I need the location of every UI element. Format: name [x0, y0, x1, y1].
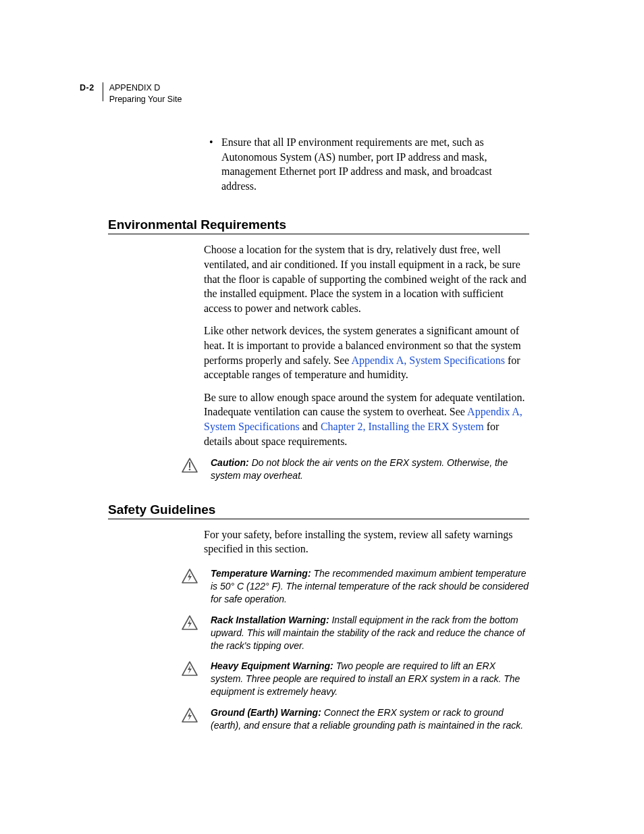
warning-temperature: Temperature Warning: The recommended max… — [181, 567, 529, 606]
heading-wrap-safety: Safety Guidelines — [108, 502, 529, 519]
warning-ground-earth: Ground (Earth) Warning: Connect the ERX … — [181, 706, 529, 732]
heading-wrap-env: Environmental Requirements — [108, 217, 529, 234]
chapter-title: Preparing Your Site — [109, 94, 182, 105]
caution-icon — [181, 457, 198, 473]
link-appendix-a-1[interactable]: Appendix A, System Specifications — [351, 355, 505, 366]
content-column: Ensure that all IP environment requireme… — [204, 135, 529, 732]
caution-row-wrap: Caution: Do not block the air vents on t… — [108, 457, 529, 482]
warning-text: Ground (Earth) Warning: Connect the ERX … — [211, 706, 529, 732]
caution-row: Caution: Do not block the air vents on t… — [181, 457, 529, 482]
running-header: D-2 APPENDIX D Preparing Your Site — [80, 82, 182, 105]
warning-lead: Rack Installation Warning: — [211, 615, 329, 625]
heading-environmental-requirements: Environmental Requirements — [108, 217, 529, 234]
warning-lead: Ground (Earth) Warning: — [211, 707, 321, 718]
heading-safety-guidelines: Safety Guidelines — [108, 502, 529, 519]
intro-bullets: Ensure that all IP environment requireme… — [204, 135, 529, 193]
warning-text: Temperature Warning: The recommended max… — [211, 567, 529, 606]
env-p3: Be sure to allow enough space around the… — [204, 390, 529, 448]
lightning-icon — [181, 568, 198, 584]
appendix-label: APPENDIX D — [109, 82, 182, 94]
safety-warnings-block: Temperature Warning: The recommended max… — [108, 567, 529, 732]
safety-intro: For your safety, before installing the s… — [204, 527, 529, 556]
warning-text: Heavy Equipment Warning: Two people are … — [211, 660, 529, 698]
header-divider — [103, 82, 103, 101]
caution-body: Do not block the air vents on the ERX sy… — [211, 457, 508, 481]
svg-point-1 — [189, 469, 191, 471]
lightning-icon — [181, 707, 198, 723]
warning-rack-installation: Rack Installation Warning: Install equip… — [181, 614, 529, 652]
warning-heavy-equipment: Heavy Equipment Warning: Two people are … — [181, 660, 529, 698]
warning-lead: Heavy Equipment Warning: — [211, 660, 333, 671]
lightning-icon — [181, 660, 198, 677]
caution-text: Caution: Do not block the air vents on t… — [211, 457, 529, 482]
link-chapter-2[interactable]: Chapter 2, Installing the ERX System — [321, 421, 484, 432]
page-number: D-2 — [80, 83, 95, 93]
env-p3mid: and — [300, 421, 321, 432]
page: D-2 APPENDIX D Preparing Your Site Ensur… — [0, 0, 644, 834]
env-p1: Choose a location for the system that is… — [204, 242, 529, 315]
env-p2: Like other network devices, the system g… — [204, 323, 529, 382]
bullet-ip-env: Ensure that all IP environment requireme… — [221, 135, 529, 193]
caution-lead: Caution: — [211, 457, 249, 468]
lightning-icon — [181, 615, 198, 631]
warning-text: Rack Installation Warning: Install equip… — [211, 614, 529, 652]
header-stack: APPENDIX D Preparing Your Site — [109, 82, 182, 105]
warning-lead: Temperature Warning: — [211, 568, 311, 579]
